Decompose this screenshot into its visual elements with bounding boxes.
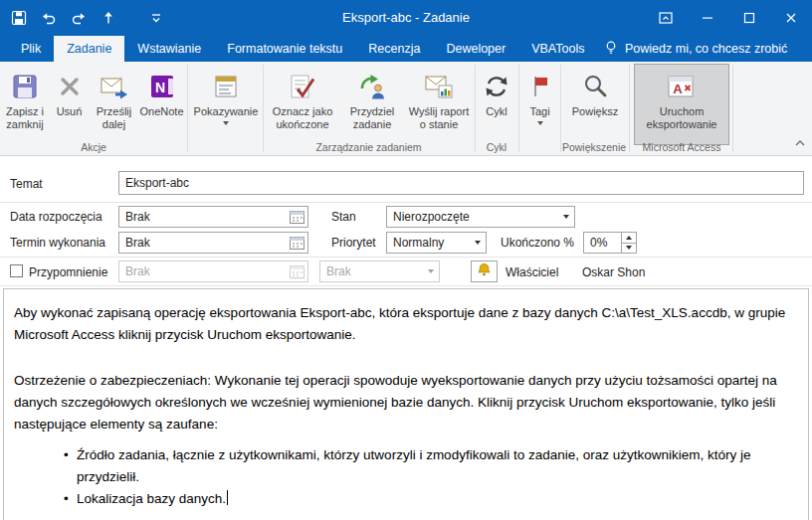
ribbon: Zapisz izamknij Usuń Prześlijdalej N One… (0, 62, 812, 156)
priority-dropdown[interactable]: Normalny (386, 232, 487, 254)
tab-formatowanie-tekstu[interactable]: Formatowanie tekstu (214, 36, 355, 62)
magnifier-icon (581, 70, 609, 103)
subject-value: Eksport-abc (119, 176, 803, 190)
group-label-powiekszenie: Powiększenie (557, 141, 631, 153)
tab-deweloper[interactable]: Deweloper (433, 36, 518, 62)
percent-complete-spinner[interactable]: 0% (583, 232, 637, 254)
spinner-buttons (621, 233, 636, 253)
subject-field[interactable]: Eksport-abc (118, 171, 804, 195)
priority-value: Normalny (387, 236, 469, 250)
divider (0, 257, 812, 258)
ribbon-group-divider (560, 65, 561, 152)
tab-plik[interactable]: Plik (8, 36, 54, 62)
button-label: Oznacz jako (273, 105, 333, 118)
close-icon[interactable] (770, 0, 812, 36)
button-label: Zapisz i (6, 105, 44, 118)
reminder-date-field[interactable]: Brak (118, 260, 308, 282)
show-form-icon (212, 70, 240, 103)
up-arrow-icon[interactable] (94, 0, 123, 36)
notes-bullet-list: Źródło zadania, łącznie z użytkownikami,… (62, 444, 798, 510)
button-label: ukończone (273, 118, 333, 131)
button-label: zadanie (350, 118, 395, 131)
quick-access-toolbar (4, 0, 167, 36)
collapse-ribbon-icon[interactable] (794, 133, 806, 151)
priority-label: Priorytet (331, 236, 376, 250)
start-date-label: Data rozpoczęcia (10, 210, 102, 224)
assign-task-icon (357, 70, 387, 103)
onenote-button[interactable]: N OneNote (138, 64, 185, 145)
group-label-zarzadzanie: Zarządzanie zadaniem (263, 141, 475, 153)
reminder-time-dropdown[interactable]: Brak (319, 260, 440, 282)
recurrence-button[interactable]: Cykl (478, 64, 515, 145)
redo-icon[interactable] (64, 0, 94, 36)
date-picker-icon[interactable] (287, 207, 307, 227)
due-date-field[interactable]: Brak (118, 232, 308, 254)
chevron-down-icon[interactable] (422, 261, 439, 281)
window-title: Eksport-abc - Zadanie (342, 0, 470, 36)
zoom-button[interactable]: Powiększ (564, 64, 626, 145)
chevron-down-icon (537, 121, 543, 125)
ribbon-group-divider (518, 65, 519, 152)
bell-icon (477, 261, 492, 281)
checkmark-icon (288, 70, 317, 103)
owner-value: Oskar Shon (582, 265, 645, 279)
date-picker-icon[interactable] (287, 261, 307, 281)
subject-label: Temat (10, 177, 43, 191)
start-date-field[interactable]: Brak (118, 206, 308, 228)
ribbon-display-options-icon[interactable] (645, 0, 687, 36)
reminder-label: Przypomnienie (29, 265, 107, 279)
status-value: Nierozpoczęte (387, 210, 557, 224)
customize-quick-access-icon[interactable] (145, 0, 167, 36)
button-label: Tagi (529, 105, 549, 118)
show-button[interactable]: Pokazywanie (191, 64, 261, 145)
forward-button[interactable]: Prześlijdalej (91, 64, 137, 145)
date-picker-icon[interactable] (287, 233, 307, 253)
divider (0, 202, 812, 203)
outlook-task-window: Eksport-abc - Zadanie Plik Zadanie Wstaw… (0, 0, 812, 520)
owner-label: Właściciel (506, 265, 558, 279)
text-cursor (227, 490, 228, 505)
task-notes-editor[interactable]: Aby wykonać zapisaną operację eksportowa… (3, 288, 809, 520)
window-controls (645, 0, 812, 36)
delete-button[interactable]: Usuń (49, 64, 90, 145)
send-status-report-button[interactable]: Wyślij raporto stanie (405, 64, 473, 145)
onenote-icon: N (148, 70, 176, 103)
minimize-icon[interactable] (687, 0, 728, 36)
button-label: Usuń (57, 105, 83, 118)
reminder-sound-button[interactable] (471, 260, 498, 282)
button-label: Prześlij (97, 105, 131, 118)
tab-wstawianie[interactable]: Wstawianie (124, 36, 214, 62)
reminder-date-value: Brak (119, 264, 287, 278)
group-label-cykl: Cykl (475, 141, 518, 153)
run-export-button[interactable]: A Uruchomeksportowanie (634, 64, 729, 145)
button-label: Wyślij raport (409, 105, 469, 118)
ribbon-group-divider (732, 65, 733, 152)
tab-recenzja[interactable]: Recenzja (355, 36, 433, 62)
chevron-down-icon[interactable] (557, 207, 574, 227)
chevron-down-icon (223, 121, 229, 125)
notes-paragraph: Aby wykonać zapisaną operację eksportowa… (14, 302, 798, 346)
tab-zadanie[interactable]: Zadanie (54, 36, 124, 62)
undo-icon[interactable] (34, 0, 64, 36)
mark-complete-button[interactable]: Oznacz jakoukończone (267, 64, 338, 145)
status-dropdown[interactable]: Nierozpoczęte (386, 206, 575, 228)
tell-me-box[interactable]: Powiedz mi, co chcesz zrobić (603, 36, 787, 62)
button-label: o stanie (409, 118, 469, 131)
start-date-value: Brak (119, 210, 287, 224)
save-icon[interactable] (4, 0, 34, 36)
reminder-checkbox[interactable] (10, 264, 23, 277)
button-label: Przydziel (350, 105, 395, 118)
tags-button[interactable]: Tagi (521, 64, 558, 145)
maximize-icon[interactable] (728, 0, 770, 36)
spin-down-icon[interactable] (622, 244, 636, 254)
save-close-button[interactable]: Zapisz izamknij (2, 64, 48, 145)
button-label: dalej (97, 118, 131, 131)
button-label: Pokazywanie (194, 105, 259, 118)
assign-task-button[interactable]: Przydzielzadanie (339, 64, 405, 145)
status-report-icon (424, 70, 454, 103)
chevron-down-icon[interactable] (469, 233, 486, 253)
flag-icon (529, 70, 551, 103)
tab-vbatools[interactable]: VBATools (518, 36, 597, 62)
button-label: zamknij (6, 118, 44, 131)
spin-up-icon[interactable] (622, 233, 636, 244)
